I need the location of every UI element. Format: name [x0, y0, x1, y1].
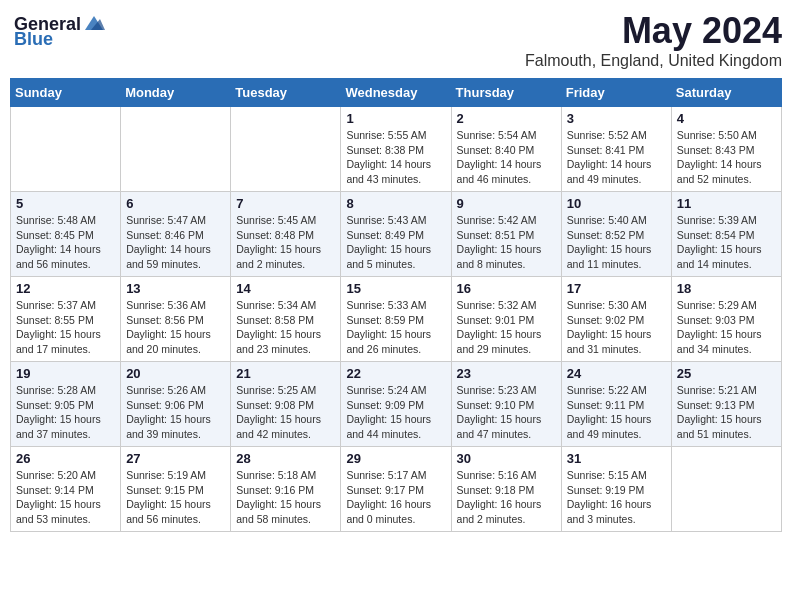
day-number: 7: [236, 196, 335, 211]
day-info: Sunrise: 5:16 AMSunset: 9:18 PMDaylight:…: [457, 468, 556, 527]
day-info: Sunrise: 5:22 AMSunset: 9:11 PMDaylight:…: [567, 383, 666, 442]
day-info: Sunrise: 5:30 AMSunset: 9:02 PMDaylight:…: [567, 298, 666, 357]
day-info: Sunrise: 5:55 AMSunset: 8:38 PMDaylight:…: [346, 128, 445, 187]
calendar-cell: 11Sunrise: 5:39 AMSunset: 8:54 PMDayligh…: [671, 192, 781, 277]
day-info: Sunrise: 5:26 AMSunset: 9:06 PMDaylight:…: [126, 383, 225, 442]
day-number: 29: [346, 451, 445, 466]
calendar-cell: 7Sunrise: 5:45 AMSunset: 8:48 PMDaylight…: [231, 192, 341, 277]
calendar-cell: 3Sunrise: 5:52 AMSunset: 8:41 PMDaylight…: [561, 107, 671, 192]
calendar-cell: 13Sunrise: 5:36 AMSunset: 8:56 PMDayligh…: [121, 277, 231, 362]
day-number: 22: [346, 366, 445, 381]
calendar-cell: 6Sunrise: 5:47 AMSunset: 8:46 PMDaylight…: [121, 192, 231, 277]
day-number: 8: [346, 196, 445, 211]
day-info: Sunrise: 5:37 AMSunset: 8:55 PMDaylight:…: [16, 298, 115, 357]
location: Falmouth, England, United Kingdom: [525, 52, 782, 70]
day-info: Sunrise: 5:47 AMSunset: 8:46 PMDaylight:…: [126, 213, 225, 272]
day-info: Sunrise: 5:34 AMSunset: 8:58 PMDaylight:…: [236, 298, 335, 357]
day-info: Sunrise: 5:43 AMSunset: 8:49 PMDaylight:…: [346, 213, 445, 272]
day-info: Sunrise: 5:17 AMSunset: 9:17 PMDaylight:…: [346, 468, 445, 527]
day-number: 2: [457, 111, 556, 126]
calendar-cell: 29Sunrise: 5:17 AMSunset: 9:17 PMDayligh…: [341, 447, 451, 532]
calendar-week-row: 5Sunrise: 5:48 AMSunset: 8:45 PMDaylight…: [11, 192, 782, 277]
header-tuesday: Tuesday: [231, 79, 341, 107]
day-number: 15: [346, 281, 445, 296]
calendar-cell: 30Sunrise: 5:16 AMSunset: 9:18 PMDayligh…: [451, 447, 561, 532]
day-info: Sunrise: 5:45 AMSunset: 8:48 PMDaylight:…: [236, 213, 335, 272]
day-info: Sunrise: 5:19 AMSunset: 9:15 PMDaylight:…: [126, 468, 225, 527]
day-info: Sunrise: 5:36 AMSunset: 8:56 PMDaylight:…: [126, 298, 225, 357]
calendar-cell: 25Sunrise: 5:21 AMSunset: 9:13 PMDayligh…: [671, 362, 781, 447]
calendar-cell: 10Sunrise: 5:40 AMSunset: 8:52 PMDayligh…: [561, 192, 671, 277]
day-number: 30: [457, 451, 556, 466]
header-thursday: Thursday: [451, 79, 561, 107]
calendar-cell: 27Sunrise: 5:19 AMSunset: 9:15 PMDayligh…: [121, 447, 231, 532]
day-info: Sunrise: 5:52 AMSunset: 8:41 PMDaylight:…: [567, 128, 666, 187]
day-number: 4: [677, 111, 776, 126]
day-number: 23: [457, 366, 556, 381]
day-info: Sunrise: 5:24 AMSunset: 9:09 PMDaylight:…: [346, 383, 445, 442]
day-number: 13: [126, 281, 225, 296]
calendar-cell: 9Sunrise: 5:42 AMSunset: 8:51 PMDaylight…: [451, 192, 561, 277]
calendar-cell: 18Sunrise: 5:29 AMSunset: 9:03 PMDayligh…: [671, 277, 781, 362]
day-info: Sunrise: 5:40 AMSunset: 8:52 PMDaylight:…: [567, 213, 666, 272]
calendar-cell: 23Sunrise: 5:23 AMSunset: 9:10 PMDayligh…: [451, 362, 561, 447]
calendar-cell: 24Sunrise: 5:22 AMSunset: 9:11 PMDayligh…: [561, 362, 671, 447]
calendar-cell: 1Sunrise: 5:55 AMSunset: 8:38 PMDaylight…: [341, 107, 451, 192]
calendar-table: SundayMondayTuesdayWednesdayThursdayFrid…: [10, 78, 782, 532]
header-wednesday: Wednesday: [341, 79, 451, 107]
calendar-cell: 12Sunrise: 5:37 AMSunset: 8:55 PMDayligh…: [11, 277, 121, 362]
day-info: Sunrise: 5:42 AMSunset: 8:51 PMDaylight:…: [457, 213, 556, 272]
logo: General Blue: [10, 10, 109, 54]
day-info: Sunrise: 5:29 AMSunset: 9:03 PMDaylight:…: [677, 298, 776, 357]
month-title: May 2024: [525, 10, 782, 52]
day-info: Sunrise: 5:39 AMSunset: 8:54 PMDaylight:…: [677, 213, 776, 272]
calendar-cell: 20Sunrise: 5:26 AMSunset: 9:06 PMDayligh…: [121, 362, 231, 447]
day-info: Sunrise: 5:28 AMSunset: 9:05 PMDaylight:…: [16, 383, 115, 442]
day-number: 16: [457, 281, 556, 296]
calendar-cell: 16Sunrise: 5:32 AMSunset: 9:01 PMDayligh…: [451, 277, 561, 362]
calendar-cell: [121, 107, 231, 192]
calendar-header-row: SundayMondayTuesdayWednesdayThursdayFrid…: [11, 79, 782, 107]
calendar-cell: 14Sunrise: 5:34 AMSunset: 8:58 PMDayligh…: [231, 277, 341, 362]
day-number: 1: [346, 111, 445, 126]
day-number: 27: [126, 451, 225, 466]
day-info: Sunrise: 5:25 AMSunset: 9:08 PMDaylight:…: [236, 383, 335, 442]
calendar-cell: 19Sunrise: 5:28 AMSunset: 9:05 PMDayligh…: [11, 362, 121, 447]
calendar-week-row: 26Sunrise: 5:20 AMSunset: 9:14 PMDayligh…: [11, 447, 782, 532]
day-number: 14: [236, 281, 335, 296]
day-info: Sunrise: 5:48 AMSunset: 8:45 PMDaylight:…: [16, 213, 115, 272]
calendar-cell: 26Sunrise: 5:20 AMSunset: 9:14 PMDayligh…: [11, 447, 121, 532]
day-number: 17: [567, 281, 666, 296]
day-number: 25: [677, 366, 776, 381]
day-info: Sunrise: 5:32 AMSunset: 9:01 PMDaylight:…: [457, 298, 556, 357]
day-number: 10: [567, 196, 666, 211]
logo-blue: Blue: [14, 29, 53, 50]
day-number: 21: [236, 366, 335, 381]
calendar-cell: 8Sunrise: 5:43 AMSunset: 8:49 PMDaylight…: [341, 192, 451, 277]
day-number: 5: [16, 196, 115, 211]
day-info: Sunrise: 5:54 AMSunset: 8:40 PMDaylight:…: [457, 128, 556, 187]
day-info: Sunrise: 5:18 AMSunset: 9:16 PMDaylight:…: [236, 468, 335, 527]
calendar-cell: 17Sunrise: 5:30 AMSunset: 9:02 PMDayligh…: [561, 277, 671, 362]
calendar-cell: 2Sunrise: 5:54 AMSunset: 8:40 PMDaylight…: [451, 107, 561, 192]
day-info: Sunrise: 5:20 AMSunset: 9:14 PMDaylight:…: [16, 468, 115, 527]
day-number: 24: [567, 366, 666, 381]
day-number: 28: [236, 451, 335, 466]
title-block: May 2024 Falmouth, England, United Kingd…: [525, 10, 782, 70]
calendar-cell: 4Sunrise: 5:50 AMSunset: 8:43 PMDaylight…: [671, 107, 781, 192]
day-number: 18: [677, 281, 776, 296]
day-number: 9: [457, 196, 556, 211]
calendar-cell: 21Sunrise: 5:25 AMSunset: 9:08 PMDayligh…: [231, 362, 341, 447]
day-info: Sunrise: 5:21 AMSunset: 9:13 PMDaylight:…: [677, 383, 776, 442]
day-number: 31: [567, 451, 666, 466]
calendar-cell: [671, 447, 781, 532]
day-number: 6: [126, 196, 225, 211]
day-info: Sunrise: 5:15 AMSunset: 9:19 PMDaylight:…: [567, 468, 666, 527]
calendar-cell: 15Sunrise: 5:33 AMSunset: 8:59 PMDayligh…: [341, 277, 451, 362]
day-number: 3: [567, 111, 666, 126]
day-info: Sunrise: 5:33 AMSunset: 8:59 PMDaylight:…: [346, 298, 445, 357]
calendar-cell: 22Sunrise: 5:24 AMSunset: 9:09 PMDayligh…: [341, 362, 451, 447]
day-number: 20: [126, 366, 225, 381]
header-monday: Monday: [121, 79, 231, 107]
calendar-cell: [11, 107, 121, 192]
